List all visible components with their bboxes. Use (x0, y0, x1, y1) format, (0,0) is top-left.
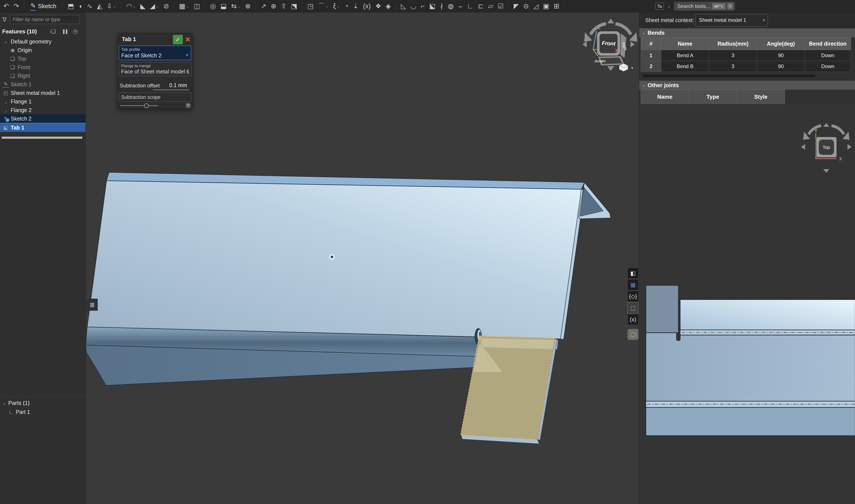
sheet-metal-button[interactable]: ▱ (488, 0, 493, 13)
sweep-button[interactable]: ∿ (87, 0, 92, 13)
feature-origin[interactable]: ◉Origin (0, 46, 86, 54)
rollback-slider-knob[interactable] (144, 103, 149, 108)
chamfer-button[interactable]: ◣ (140, 0, 145, 13)
feature-front-plane[interactable]: ❏Front (0, 63, 86, 72)
feature-flange-1[interactable]: ◞Flange 1 (0, 97, 86, 106)
flange-to-merge-field[interactable]: Flange to merge Face of Sheet metal mode… (119, 62, 191, 76)
clear-selection-icon[interactable]: × (186, 69, 189, 74)
context-select[interactable]: Sheet metal model 1 ▾ (695, 14, 768, 26)
feature-sketch-2[interactable]: ✎–Sketch 2 (0, 114, 86, 123)
undo-button[interactable]: ↶ (3, 0, 9, 13)
tab-profile-field[interactable]: Tab profile Face of Sketch 2 × (119, 46, 191, 60)
multibody-button[interactable]: ❖ (375, 0, 381, 13)
delete-part-button[interactable]: ⊗ (245, 0, 251, 13)
jog-button[interactable]: ⌐ (421, 0, 425, 13)
composite-curve-button[interactable]: ⌒⌄ (318, 0, 329, 13)
rollback-bar[interactable] (2, 137, 82, 139)
projected-curve-button[interactable]: ⇣ (353, 0, 359, 13)
flat-main-panel[interactable] (646, 333, 855, 401)
boolean-button[interactable]: ◎ (210, 0, 216, 13)
tab-button[interactable]: ⬕ (429, 0, 435, 13)
rip-button[interactable]: ∤ (440, 0, 443, 13)
transform-button[interactable]: ⇆⌄ (231, 0, 241, 13)
rotate-right-arrow[interactable] (630, 41, 635, 47)
feature-default-geometry[interactable]: ⌄Default geometry (0, 37, 86, 46)
mirror-button[interactable]: ◫ (194, 0, 200, 13)
thicken-button[interactable]: ⇩⌄ (107, 0, 116, 13)
bend-row-2[interactable]: 2Bend B390Down (641, 61, 851, 72)
suspend-rebuild-icon[interactable] (63, 29, 67, 34)
pattern-button[interactable]: ▦⌄ (179, 0, 189, 13)
rotate-left-arrow[interactable] (582, 41, 587, 47)
flat-tab-face[interactable] (646, 285, 678, 333)
feature-flange-2[interactable]: ◞Flange 2 (0, 106, 86, 114)
feature-sketch-1[interactable]: ✎Sketch 1 (0, 80, 86, 89)
offset-surface-button[interactable]: ⇧ (281, 0, 286, 13)
flat-pattern-view-button[interactable]: ⬚ (627, 302, 639, 313)
search-tools-button[interactable]: Search tools... alt/⌥ c (674, 2, 735, 11)
plane-button[interactable]: ◳ (307, 0, 314, 13)
add-folder-icon[interactable]: ❏ + (51, 28, 56, 34)
bends-section-header[interactable]: ⌄ Bends (639, 28, 855, 37)
parts-header[interactable]: ⌄ Parts (1) (3, 399, 30, 407)
model-top-panel-face[interactable] (87, 181, 581, 339)
feature-top-plane[interactable]: ❏Top (0, 54, 86, 63)
redo-button[interactable]: ↷ (14, 0, 19, 13)
exclude-button[interactable]: ⊝ (523, 0, 529, 13)
other-joints-section-header[interactable]: ⌄ Other joints (639, 81, 855, 90)
split-button[interactable]: ⬓ (220, 0, 227, 13)
corner-relief-button[interactable]: ◤ (513, 0, 519, 13)
rollback-slider-track[interactable] (120, 105, 158, 106)
variable-button[interactable]: (x) (363, 0, 371, 13)
rotate-up-arrow[interactable] (823, 123, 829, 127)
fillet-button[interactable]: ◠⌄ (126, 0, 136, 13)
rotate-right-arrow[interactable] (848, 144, 852, 150)
clear-selection-icon[interactable]: × (186, 52, 189, 58)
draft-button[interactable]: ◢⌄ (150, 0, 159, 13)
loft-button[interactable]: ◭ (97, 0, 102, 13)
flange-button[interactable]: ◺ (401, 0, 406, 13)
boss-button[interactable]: ⬔ (291, 0, 297, 13)
gusset-button[interactable]: ◿ (534, 0, 539, 13)
feature-list-toggle-button[interactable]: ≣ (87, 299, 98, 311)
point-button[interactable]: ◔ (344, 0, 348, 13)
isometric-cube-button[interactable]: ⬡ (627, 329, 639, 340)
confirm-button[interactable]: ✓ (173, 35, 183, 44)
rotate-up-arrow[interactable] (607, 19, 614, 23)
replace-face-button[interactable]: ⊕ (271, 0, 276, 13)
rotate-down-arrow[interactable] (823, 169, 829, 173)
extrude-button[interactable]: ⬒ (68, 0, 74, 13)
helix-button[interactable]: ξ⌄ (333, 0, 340, 13)
tab-tool-badge[interactable]: Ta (655, 3, 664, 10)
cancel-button[interactable]: × (184, 34, 192, 44)
performance-icon[interactable]: ◷ (73, 28, 77, 34)
tag-button[interactable]: ◈ (386, 0, 391, 13)
rotate-cw-arrow[interactable] (832, 126, 844, 134)
sm-table-view-button[interactable]: ▦ (627, 279, 639, 290)
flat-upper-flange[interactable] (680, 300, 855, 330)
iso-cube-caret[interactable]: ▾ (631, 66, 633, 70)
delete-face-button[interactable]: ⊘ (163, 0, 169, 13)
finish-button[interactable]: ☑ (498, 0, 504, 13)
subtraction-offset-input[interactable]: 0.1 mm (169, 82, 187, 88)
sm-variables-button[interactable]: (x) (627, 314, 639, 325)
part-item-part-1[interactable]: ∟ Part 1 (8, 408, 30, 416)
flat-bottom-flange[interactable] (646, 408, 855, 436)
feature-right-plane[interactable]: ❏Right (0, 72, 86, 80)
fold-button[interactable]: ⌣ (458, 0, 463, 13)
spot-weld-button[interactable]: ◍ (448, 0, 454, 13)
appearance-button[interactable]: ◧ (627, 268, 639, 279)
flat-pattern-viewport[interactable]: Top Y X (639, 104, 855, 504)
corner-button[interactable]: ∟ (467, 0, 473, 13)
sketch-button[interactable]: ✎Sketch (29, 1, 58, 11)
feature-sheet-metal-model-1[interactable]: ◰Sheet metal model 1 (0, 89, 86, 97)
rotate-down-arrow[interactable] (607, 66, 614, 71)
rotate-left-arrow[interactable] (801, 144, 805, 150)
sm-table-button[interactable]: ⊞ (554, 0, 559, 13)
bends-horizontal-scrollbar[interactable] (643, 74, 815, 77)
frame-button[interactable]: ⊏ (478, 0, 484, 13)
filter-icon[interactable]: ∇ (3, 16, 6, 23)
help-icon[interactable]: ? (185, 103, 191, 108)
filter-input[interactable] (10, 15, 80, 24)
bend-row-1[interactable]: 1Bend A390Down (641, 50, 851, 61)
